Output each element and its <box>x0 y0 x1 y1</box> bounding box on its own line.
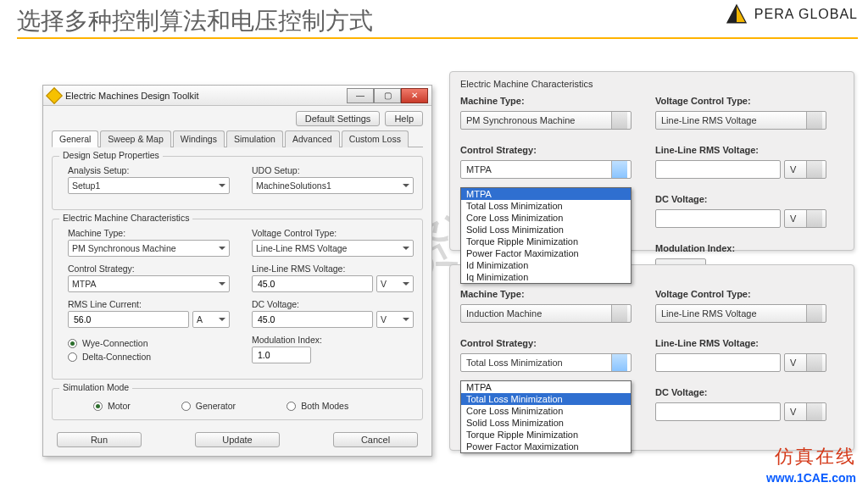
tab-simulation[interactable]: Simulation <box>226 130 283 147</box>
p1-llrms-input[interactable] <box>655 160 781 179</box>
llrms-voltage-input[interactable] <box>252 275 373 292</box>
both-modes-radio[interactable]: Both Modes <box>287 401 348 411</box>
design-setup-group: Design Setup Properties Analysis Setup: … <box>52 156 423 210</box>
dialog-title: Electric Machines Design Toolkit <box>65 91 347 101</box>
close-button[interactable]: ✕ <box>401 88 428 103</box>
voltage-control-type-combo[interactable]: Line-Line RMS Voltage <box>252 240 414 257</box>
p2-llrms-unit[interactable]: V <box>784 353 826 372</box>
run-button[interactable]: Run <box>57 432 142 447</box>
dropdown-option[interactable]: Torque Ripple Minimization <box>461 236 631 247</box>
emc-group-title: Electric Machine Characteristics <box>59 213 192 223</box>
udo-setup-label: UDO Setup: <box>252 165 414 175</box>
generator-label: Generator <box>196 401 236 411</box>
update-button[interactable]: Update <box>195 432 280 447</box>
p2-control-strategy-dropdown[interactable]: MTPATotal Loss MinimizationCore Loss Min… <box>460 380 632 453</box>
tab-custom-loss[interactable]: Custom Loss <box>342 130 409 147</box>
toolkit-dialog: Electric Machines Design Toolkit — ▢ ✕ D… <box>42 85 432 457</box>
analysis-setup-label: Analysis Setup: <box>68 165 230 175</box>
dropdown-option[interactable]: Power Factor Maximization <box>461 441 631 452</box>
p1-vct-combo[interactable]: Line-Line RMS Voltage <box>655 111 826 130</box>
modulation-index-label: Modulation Index: <box>252 335 414 345</box>
dc-voltage-input[interactable] <box>252 311 373 328</box>
dropdown-option[interactable]: Solid Loss Minimization <box>461 224 631 236</box>
p1-vct-label: Voltage Control Type: <box>655 96 826 106</box>
generator-radio[interactable]: Generator <box>181 401 236 411</box>
p2-machine-type-label: Machine Type: <box>460 289 632 299</box>
rms-line-current-input[interactable] <box>68 311 189 328</box>
p2-vct-combo[interactable]: Line-Line RMS Voltage <box>655 304 826 323</box>
llrms-voltage-label: Line-Line RMS Voltage: <box>252 263 414 274</box>
p2-machine-type-combo[interactable]: Induction Machine <box>460 304 632 323</box>
p1-control-strategy-combo[interactable]: MTPA <box>460 160 632 179</box>
p1-control-strategy-dropdown[interactable]: MTPATotal Loss MinimizationCore Loss Min… <box>460 187 632 284</box>
help-button[interactable]: Help <box>385 111 423 126</box>
both-modes-label: Both Modes <box>301 401 348 411</box>
wye-connection-label: Wye-Connection <box>82 338 148 348</box>
default-settings-button[interactable]: Default Settings <box>296 111 381 126</box>
p1-llrms-unit[interactable]: V <box>784 160 826 179</box>
dropdown-option[interactable]: Total Loss Minimization <box>461 393 631 405</box>
dropdown-option[interactable]: Torque Ripple Minimization <box>461 429 631 441</box>
dropdown-option[interactable]: Core Loss Minimization <box>461 212 631 224</box>
maximize-button[interactable]: ▢ <box>374 88 401 103</box>
tab-advanced[interactable]: Advanced <box>285 130 340 147</box>
p2-dcv-label: DC Voltage: <box>655 387 826 397</box>
dropdown-option[interactable]: MTPA <box>461 381 631 393</box>
tab-general[interactable]: General <box>52 130 98 147</box>
title-underline <box>17 37 858 39</box>
brand-text: PERA GLOBAL <box>754 7 858 22</box>
app-icon <box>46 87 63 104</box>
tab-windings[interactable]: Windings <box>173 130 225 147</box>
delta-connection-radio[interactable]: Delta-Connection <box>68 352 230 362</box>
p1-modidx-label: Modulation Index: <box>655 243 826 253</box>
udo-setup-combo[interactable]: MachineSolutions1 <box>252 177 414 194</box>
p2-control-strategy-combo[interactable]: Total Loss Minimization <box>460 353 632 372</box>
slide-title: 选择多种控制算法和电压控制方式 <box>17 5 373 37</box>
p1-control-strategy-label: Control Strategy: <box>460 145 632 155</box>
machine-type-combo[interactable]: PM Synchronous Machine <box>68 240 230 257</box>
p1-dcv-unit[interactable]: V <box>784 209 826 228</box>
p2-llrms-label: Line-Line RMS Voltage: <box>655 338 826 348</box>
simulation-mode-title: Simulation Mode <box>59 382 132 392</box>
dropdown-option[interactable]: Id Minimization <box>461 259 631 271</box>
dropdown-option[interactable]: Solid Loss Minimization <box>461 417 631 429</box>
tab-sweep-map[interactable]: Sweep & Map <box>100 130 170 147</box>
dropdown-option[interactable]: MTPA <box>461 188 631 200</box>
dc-voltage-label: DC Voltage: <box>252 299 414 309</box>
panel-pm-sync: Electric Machine Characteristics Machine… <box>449 71 854 251</box>
tabs: General Sweep & Map Windings Simulation … <box>52 130 423 147</box>
design-setup-title: Design Setup Properties <box>59 150 163 160</box>
dialog-titlebar[interactable]: Electric Machines Design Toolkit — ▢ ✕ <box>43 86 431 106</box>
control-strategy-combo[interactable]: MTPA <box>68 275 230 292</box>
motor-label: Motor <box>108 401 131 411</box>
brand-logo-icon <box>726 3 748 25</box>
llrms-voltage-unit[interactable]: V <box>376 275 414 292</box>
brand-block: PERA GLOBAL <box>726 3 858 25</box>
stamp-blue: www.1CAE.com <box>766 471 856 485</box>
machine-type-label: Machine Type: <box>68 228 230 238</box>
dropdown-option[interactable]: Total Loss Minimization <box>461 200 631 212</box>
p1-dcv-input[interactable] <box>655 209 781 228</box>
p2-dcv-unit[interactable]: V <box>784 402 826 421</box>
dropdown-option[interactable]: Core Loss Minimization <box>461 405 631 417</box>
analysis-setup-combo[interactable]: Setup1 <box>68 177 230 194</box>
simulation-mode-group: Simulation Mode Motor Generator Both Mod… <box>52 388 423 420</box>
modulation-index-input[interactable] <box>252 347 311 363</box>
dc-voltage-unit[interactable]: V <box>376 311 414 328</box>
voltage-control-type-label: Voltage Control Type: <box>252 228 414 238</box>
p2-llrms-input[interactable] <box>655 353 781 372</box>
delta-connection-label: Delta-Connection <box>82 352 151 362</box>
panel1-title: Electric Machine Characteristics <box>460 79 843 89</box>
rms-line-current-unit[interactable]: A <box>192 311 230 328</box>
stamp-red: 仿真在线 <box>775 444 856 469</box>
p1-machine-type-combo[interactable]: PM Synchronous Machine <box>460 111 632 130</box>
p2-dcv-input[interactable] <box>655 402 781 421</box>
motor-radio[interactable]: Motor <box>93 401 131 411</box>
emc-group: Electric Machine Characteristics Machine… <box>52 219 423 380</box>
dropdown-option[interactable]: Power Factor Maximization <box>461 247 631 259</box>
wye-connection-radio[interactable]: Wye-Connection <box>68 338 230 348</box>
cancel-button[interactable]: Cancel <box>333 432 418 447</box>
minimize-button[interactable]: — <box>347 88 374 103</box>
p2-vct-label: Voltage Control Type: <box>655 289 826 299</box>
dropdown-option[interactable]: Iq Minimization <box>461 271 631 283</box>
